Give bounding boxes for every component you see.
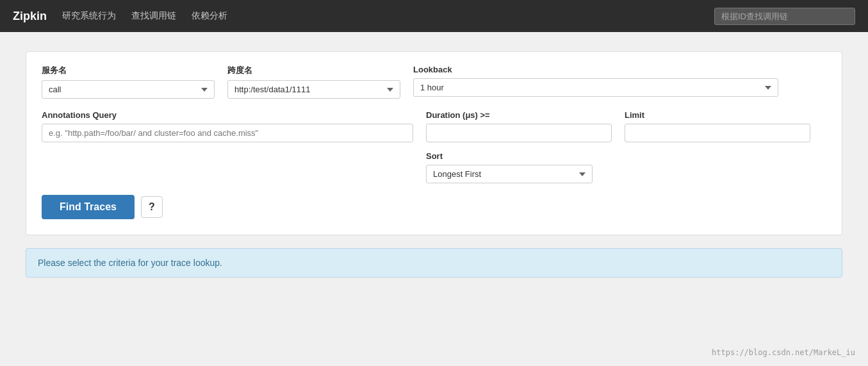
info-message: Please select the criteria for your trac…	[38, 258, 222, 268]
button-row: Find Traces ?	[42, 195, 826, 219]
annotations-input[interactable]	[42, 124, 413, 142]
sort-label: Sort	[426, 151, 593, 161]
sort-group: Sort Longest First	[426, 151, 593, 183]
limit-group: Limit 10	[625, 110, 810, 142]
service-name-select[interactable]: call	[42, 80, 215, 99]
span-name-label: 跨度名	[227, 65, 400, 76]
service-name-group: 服务名 call	[42, 65, 215, 99]
span-name-group: 跨度名 http:/test/data1/1111	[227, 65, 400, 99]
limit-input[interactable]: 10	[625, 124, 810, 142]
help-icon: ?	[149, 201, 155, 213]
navbar-search	[714, 8, 855, 25]
annotations-group: Annotations Query	[42, 110, 413, 142]
lookback-select[interactable]: 1 hour	[413, 78, 778, 97]
duration-label: Duration (μs) >=	[426, 110, 612, 120]
sort-select[interactable]: Longest First	[426, 165, 593, 183]
form-right-row-top: Duration (μs) >= Limit 10	[426, 110, 826, 142]
navbar: Zipkin 研究系统行为 查找调用链 依赖分析	[0, 0, 868, 32]
span-name-select[interactable]: http:/test/data1/1111	[227, 80, 400, 99]
main-content: 服务名 call 跨度名 http:/test/data1/1111 Lookb…	[0, 32, 868, 297]
navbar-link-find[interactable]: 查找调用链	[131, 10, 176, 22]
form-left-col: Annotations Query	[42, 110, 413, 183]
service-name-label: 服务名	[42, 65, 215, 76]
navbar-left: Zipkin 研究系统行为 查找调用链 依赖分析	[13, 10, 227, 23]
limit-label: Limit	[625, 110, 810, 120]
navbar-link-study[interactable]: 研究系统行为	[62, 10, 116, 22]
form-right-row-bottom: Sort Longest First	[426, 151, 826, 183]
annotations-label: Annotations Query	[42, 110, 413, 120]
duration-group: Duration (μs) >=	[426, 110, 612, 142]
help-button[interactable]: ?	[141, 196, 163, 218]
form-right-col: Duration (μs) >= Limit 10 Sort Longest F…	[426, 110, 826, 183]
lookback-label: Lookback	[413, 65, 778, 74]
lookback-group: Lookback 1 hour	[413, 65, 778, 99]
form-card: 服务名 call 跨度名 http:/test/data1/1111 Lookb…	[26, 51, 842, 235]
find-traces-button[interactable]: Find Traces	[42, 195, 135, 219]
form-top-row: 服务名 call 跨度名 http:/test/data1/1111 Lookb…	[42, 65, 826, 99]
form-middle-row: Annotations Query Duration (μs) >= Limit…	[42, 110, 826, 183]
info-banner: Please select the criteria for your trac…	[26, 248, 842, 278]
navbar-link-deps[interactable]: 依赖分析	[192, 10, 227, 22]
trace-id-search-input[interactable]	[714, 8, 855, 25]
navbar-brand: Zipkin	[13, 10, 47, 23]
duration-input[interactable]	[426, 124, 612, 142]
